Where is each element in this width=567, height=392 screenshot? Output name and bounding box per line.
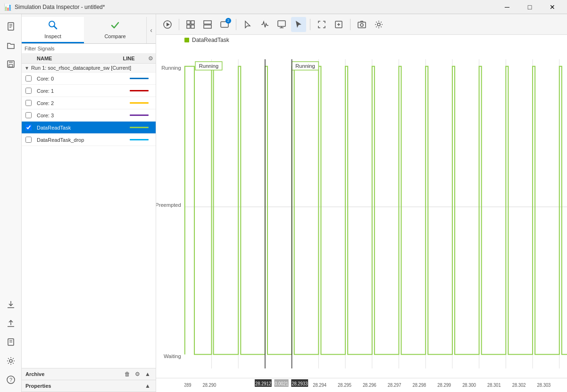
- tab-compare-label: Compare: [104, 33, 125, 39]
- minimize-button[interactable]: ─: [496, 0, 518, 14]
- x-tick-12: 28.302: [512, 383, 526, 388]
- signal-row-core3[interactable]: Core: 3: [22, 109, 156, 122]
- chart-toolbar: 2: [156, 14, 567, 35]
- properties-panel-header[interactable]: Properties ▲: [22, 380, 156, 392]
- toolbar-sep-4: [350, 19, 350, 30]
- svg-point-32: [377, 23, 380, 26]
- x-tick-1: 28.290: [202, 383, 216, 388]
- datareadtask-line: [123, 127, 156, 128]
- camera-button[interactable]: [354, 17, 369, 32]
- run-label: Run 1: soc_rfsoc_datacapture_sw [Current…: [31, 65, 131, 71]
- compare-icon: [110, 20, 120, 33]
- chart-plot[interactable]: Running Preempted Waiting: [156, 45, 567, 378]
- core0-line: [123, 78, 156, 79]
- core1-name: Core: 1: [35, 88, 123, 94]
- bottom-panels: Archive 🗑 ⚙ ▲ Properties ▲: [22, 368, 156, 392]
- signal-row-core0[interactable]: Core: 0: [22, 73, 156, 85]
- x-tick-10: 28.300: [462, 383, 476, 388]
- play-button[interactable]: [160, 17, 175, 32]
- icon-bar: ?: [0, 14, 22, 392]
- signal-row-core1[interactable]: Core: 1: [22, 85, 156, 97]
- annotation-label-2: Running: [295, 63, 315, 69]
- svg-rect-0: [8, 23, 14, 30]
- signal-row-core2[interactable]: Core: 2: [22, 97, 156, 109]
- x-tick-13: 28.303: [537, 383, 551, 388]
- maximize-button[interactable]: □: [519, 0, 541, 14]
- datareadtask-drop-name: DataReadTask_drop: [35, 137, 123, 143]
- x-tick-8: 28.298: [413, 383, 426, 388]
- sidebar: Inspect Compare ‹ Filter Signals NAME LI…: [22, 14, 156, 392]
- core0-name: Core: 0: [35, 76, 123, 82]
- y-label-preempted: Preempted: [156, 202, 181, 208]
- toolbar-sep-3: [310, 19, 310, 30]
- core3-checkbox[interactable]: [25, 112, 32, 118]
- archive-collapse-btn[interactable]: ▲: [143, 370, 152, 378]
- toolbar-sep-2: [236, 19, 236, 30]
- archive-delete-btn[interactable]: 🗑: [123, 370, 132, 378]
- core1-checkbox[interactable]: [25, 88, 32, 94]
- datareadtask-name: DataReadTask: [35, 125, 123, 131]
- tab-bar: Inspect Compare ‹: [22, 14, 156, 44]
- number-badge-button[interactable]: 2: [217, 17, 232, 32]
- tab-inspect[interactable]: Inspect: [22, 17, 84, 43]
- signal-row-datareadtask[interactable]: DataReadTask: [22, 122, 156, 134]
- signal-stats-button[interactable]: [257, 17, 272, 32]
- archive-settings-btn[interactable]: ⚙: [133, 370, 142, 378]
- fit-button[interactable]: [331, 17, 346, 32]
- settings-button[interactable]: [2, 352, 19, 369]
- chart-content: DataReadTask Running Preempted Waiting: [156, 35, 567, 392]
- tab-compare[interactable]: Compare: [84, 17, 146, 43]
- archive-panel-header[interactable]: Archive 🗑 ⚙ ▲: [22, 368, 156, 380]
- sidebar-collapse-button[interactable]: ‹: [146, 17, 156, 43]
- x-tick-special-3: 28.2933: [292, 381, 308, 386]
- signal-label-bar: DataReadTask: [156, 35, 567, 45]
- help-button[interactable]: ?: [2, 371, 19, 388]
- cursor-mode-button[interactable]: [240, 17, 255, 32]
- core2-line: [123, 102, 156, 104]
- chart-settings-button[interactable]: [371, 17, 386, 32]
- svg-rect-30: [358, 22, 366, 28]
- svg-point-12: [9, 359, 12, 362]
- x-axis-bar: 28.289 28.290 28.2912 0.0021 28.2933 28.…: [156, 378, 567, 392]
- svg-point-31: [360, 24, 363, 26]
- layout-split-button[interactable]: [200, 17, 215, 32]
- svg-line-16: [54, 26, 57, 29]
- svg-rect-5: [9, 61, 13, 63]
- inspect-icon: [48, 20, 58, 33]
- fullscreen-button[interactable]: [314, 17, 329, 32]
- title-bar: 📊 Simulation Data Inspector - untitled* …: [0, 0, 567, 14]
- properties-collapse-btn[interactable]: ▲: [143, 382, 152, 390]
- signal-waveform: [185, 66, 567, 355]
- open-button[interactable]: [2, 37, 19, 54]
- download-button[interactable]: [2, 296, 19, 313]
- core2-name: Core: 2: [35, 100, 123, 106]
- signal-table: ▼ Run 1: soc_rfsoc_datacapture_sw [Curre…: [22, 64, 156, 368]
- core2-checkbox[interactable]: [25, 100, 32, 106]
- notes-button[interactable]: [2, 334, 19, 351]
- save-button[interactable]: [2, 56, 19, 73]
- upload-button[interactable]: [2, 315, 19, 332]
- run-header[interactable]: ▼ Run 1: soc_rfsoc_datacapture_sw [Curre…: [22, 64, 156, 73]
- datareadtask-checkbox[interactable]: [25, 124, 32, 131]
- window-title: Simulation Data Inspector - untitled*: [15, 4, 105, 10]
- layout-grid-button[interactable]: [183, 17, 198, 32]
- x-tick-4: 28.294: [313, 383, 326, 388]
- annotation-label-1: Running: [199, 63, 218, 69]
- signal-table-header: NAME LINE ⚙: [22, 54, 156, 64]
- signal-row-datareadtask-drop[interactable]: DataReadTask_drop: [22, 134, 156, 146]
- x-axis-svg: 28.289 28.290 28.2912 0.0021 28.2933 28.…: [184, 378, 567, 392]
- app-icon: 📊: [4, 3, 12, 11]
- core3-name: Core: 3: [35, 113, 123, 118]
- col-settings-icon[interactable]: ⚙: [145, 55, 156, 62]
- y-label-running: Running: [161, 65, 181, 71]
- col-name-header: NAME: [35, 55, 112, 62]
- core0-checkbox[interactable]: [25, 75, 32, 82]
- view-button[interactable]: [274, 17, 289, 32]
- properties-title: Properties: [25, 383, 51, 389]
- x-tick-7: 28.297: [388, 383, 401, 388]
- new-button[interactable]: [2, 18, 19, 35]
- datareadtask-drop-checkbox[interactable]: [25, 137, 32, 143]
- core1-line: [123, 90, 156, 91]
- pointer-button[interactable]: [291, 17, 306, 32]
- close-button[interactable]: ✕: [542, 0, 563, 14]
